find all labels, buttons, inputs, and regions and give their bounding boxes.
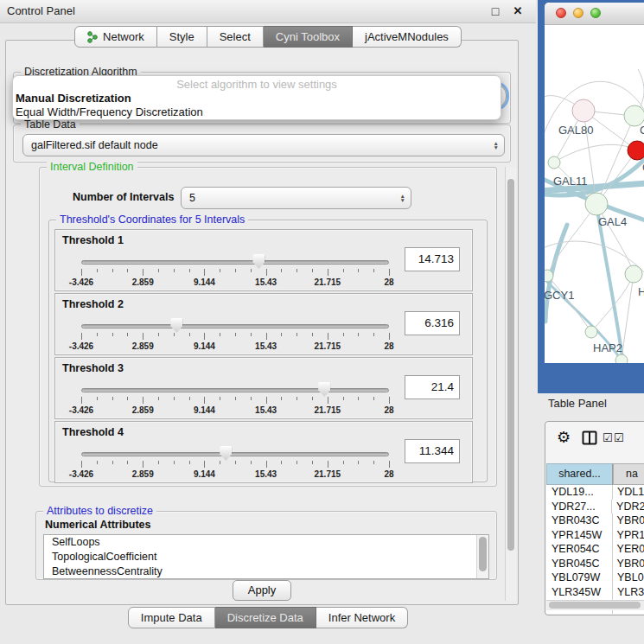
zoom-traffic-light-icon[interactable] <box>590 8 601 18</box>
gear-icon[interactable]: ⚙ <box>557 428 571 447</box>
network-node-hap2[interactable] <box>585 326 597 338</box>
threshold-value-field[interactable]: 6.316 <box>405 311 460 335</box>
threshold-slider[interactable]: -3.4262.8599.14415.4321.71528 <box>81 445 389 480</box>
table-row[interactable]: YDL19...YDL1 <box>546 485 644 500</box>
table-horizontal-scrollbar[interactable] <box>546 600 644 610</box>
scale-label: 2.859 <box>132 277 154 287</box>
threshold-slider[interactable]: -3.4262.8599.14415.4321.71528 <box>81 381 389 416</box>
network-node-h[interactable] <box>625 265 642 283</box>
close-traffic-light-icon[interactable] <box>556 8 566 18</box>
threshold-panel-2: Threshold 2-3.4262.8599.14415.4321.71528… <box>54 293 473 355</box>
panel-scrollbar[interactable] <box>505 167 516 601</box>
number-of-intervals-combo[interactable]: 5 ▲▼ <box>181 187 411 209</box>
network-window-frame: GAL80GCGAL11GAL4GCY1HHAP2 <box>538 0 644 393</box>
slider-thumb-icon[interactable] <box>318 382 330 397</box>
threshold-label: Threshold 1 <box>62 234 124 246</box>
table-cell-name: YBL0 <box>613 571 644 585</box>
table-cell-name: YPR1 <box>613 528 644 543</box>
tick-mark <box>143 461 143 468</box>
tick-mark <box>189 333 190 336</box>
tick-mark <box>266 333 267 340</box>
thresholds-group-title: Threshold's Coordinates for 5 Intervals <box>56 214 248 226</box>
scale-label: 21.715 <box>315 469 341 479</box>
minimize-traffic-light-icon[interactable] <box>573 8 583 18</box>
table-data-combo[interactable]: galFiltered.sif default node ▲▼ <box>22 134 505 156</box>
attribute-item-selfloops[interactable]: SelfLoops <box>44 535 488 550</box>
tab-impute-data[interactable]: Impute Data <box>128 607 215 628</box>
tick-mark <box>328 397 328 404</box>
tick-mark <box>266 461 267 468</box>
checkbox-icon[interactable]: ☑ <box>603 431 613 444</box>
tab-label: Select <box>220 27 251 47</box>
network-node-gal4[interactable] <box>585 193 608 215</box>
tab-cyni-toolbox[interactable]: Cyni Toolbox <box>264 26 353 48</box>
slider-track[interactable] <box>81 324 389 328</box>
float-window-icon[interactable]: □ <box>488 3 503 19</box>
algorithm-option-equal-width-frequency-discretization[interactable]: Equal Width/Frequency Discretization <box>13 105 501 119</box>
scale-label: -3.426 <box>69 341 93 351</box>
bottom-tab-bar: Impute DataDiscretize DataInfer Network <box>0 607 536 628</box>
tab-infer-network[interactable]: Infer Network <box>316 607 408 628</box>
threshold-value-field[interactable]: 14.713 <box>405 247 460 271</box>
scale-label: 15.43 <box>255 277 277 287</box>
table-row[interactable]: YBL079WYBL0 <box>546 571 644 585</box>
table-row[interactable]: YBR045CYBR0 <box>546 557 644 571</box>
tab-label: Infer Network <box>328 608 395 628</box>
slider-track[interactable] <box>81 260 389 265</box>
tab-network[interactable]: Network <box>74 26 157 48</box>
threshold-slider[interactable]: -3.4262.8599.14415.4321.71528 <box>81 317 389 352</box>
network-node-gal80[interactable] <box>572 99 595 122</box>
tick-mark <box>373 397 374 400</box>
tab-style[interactable]: Style <box>157 26 207 48</box>
tick-mark <box>97 269 98 272</box>
numerical-attributes-list[interactable]: SelfLoopsTopologicalCoefficientBetweenne… <box>43 534 489 579</box>
close-icon[interactable]: ✕ <box>510 3 526 19</box>
scale-label: 21.715 <box>315 341 341 351</box>
scale-label: -3.426 <box>69 405 93 415</box>
algorithm-placeholder: Select algorithm to view settings <box>13 78 501 92</box>
slider-track[interactable] <box>81 388 389 392</box>
tick-mark <box>112 397 113 400</box>
network-canvas[interactable]: GAL80GCGAL11GAL4GCY1HHAP2 <box>545 24 644 363</box>
tab-discretize-data[interactable]: Discretize Data <box>215 607 316 628</box>
scale-label: 28 <box>384 405 393 415</box>
threshold-value-field[interactable]: 11.344 <box>405 439 460 463</box>
apply-button[interactable]: Apply <box>233 580 291 601</box>
network-node-gal11[interactable] <box>548 156 560 169</box>
table-header-row: shared... na <box>546 463 644 485</box>
slider-thumb-icon[interactable] <box>252 254 265 269</box>
tick-mark <box>358 397 359 400</box>
slider-thumb-icon[interactable] <box>170 318 182 333</box>
scale-label: 28 <box>384 277 393 287</box>
attributes-scrollbar[interactable] <box>476 535 488 578</box>
table-row[interactable]: YPR145WYPR1 <box>546 528 644 543</box>
network-window-titlebar <box>545 3 644 25</box>
tab-select[interactable]: Select <box>207 26 264 48</box>
slider-track[interactable] <box>81 452 389 456</box>
table-row[interactable]: YER054CYER0 <box>546 542 644 557</box>
column-header-name[interactable]: na <box>613 463 644 485</box>
attribute-item-betweennesscentrality[interactable]: BetweennessCentrality <box>44 564 488 579</box>
attribute-item-topologicalcoefficient[interactable]: TopologicalCoefficient <box>44 550 488 564</box>
table-row[interactable]: YBR043CYBR0 <box>546 513 644 528</box>
threshold-value-field[interactable]: 21.4 <box>405 375 460 399</box>
table-row[interactable]: YDR27...YDR2 <box>546 500 644 514</box>
number-of-intervals-value: 5 <box>189 188 195 208</box>
network-node[interactable] <box>615 354 628 363</box>
column-header-shared[interactable]: shared... <box>546 463 613 485</box>
split-table-icon[interactable] <box>582 430 597 445</box>
slider-thumb-icon[interactable] <box>220 446 232 461</box>
tick-mark <box>189 461 190 464</box>
network-node-gcy1[interactable] <box>545 270 553 282</box>
threshold-slider[interactable]: -3.4262.8599.14415.4321.71528 <box>81 253 389 288</box>
tick-mark <box>127 461 128 464</box>
tab-jactivemnodules[interactable]: jActiveMNodules <box>353 26 462 48</box>
network-node-c[interactable] <box>628 141 644 160</box>
tick-mark <box>389 397 390 404</box>
table-rows: YDL19...YDL1YDR27...YDR2YBR043CYBR0YPR14… <box>546 485 644 614</box>
algorithm-option-manual-discretization[interactable]: Manual Discretization <box>13 92 501 105</box>
table-row[interactable]: YLR345WYLR3 <box>546 585 644 600</box>
algorithm-options: Manual DiscretizationEqual Width/Frequen… <box>13 92 501 119</box>
tick-mark <box>251 269 252 272</box>
checkbox-icon[interactable]: ☑ <box>614 431 624 444</box>
